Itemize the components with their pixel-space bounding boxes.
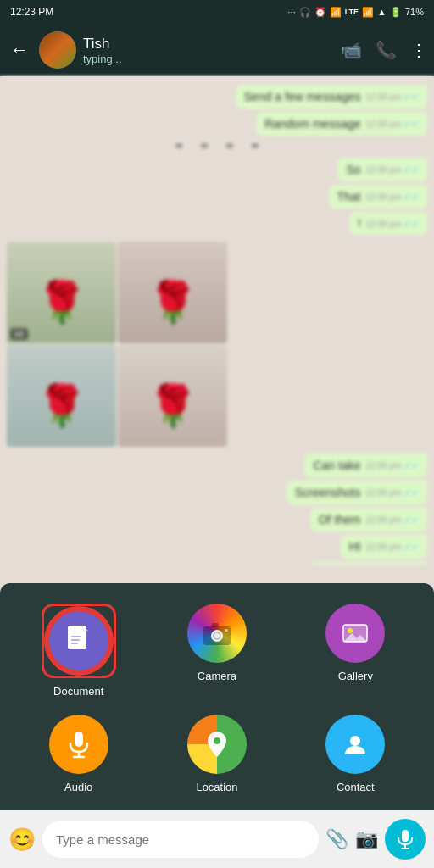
message-input-field[interactable]: [42, 821, 319, 858]
status-icons: ··· 🎧 ⏰ 📶 LTE 📶 ▲ 🔋 71%: [288, 7, 424, 18]
attachment-grid: Document Camera: [14, 604, 420, 793]
contact-status: typing...: [83, 53, 334, 65]
contact-info[interactable]: Tish typing...: [83, 36, 334, 65]
image-cell: 🌹: [118, 345, 227, 447]
svg-rect-11: [225, 629, 228, 632]
message-bubble: Screenshots 12:00 pm ✓✓: [287, 481, 427, 504]
status-time: 12:23 PM: [10, 6, 53, 18]
back-button[interactable]: ←: [7, 36, 32, 64]
time-display: 12:23 PM: [10, 6, 53, 18]
location-icon-circle: [187, 715, 247, 774]
document-icon-circle: [49, 611, 108, 670]
video-call-button[interactable]: 📹: [341, 40, 362, 60]
headphone-icon: 🎧: [299, 7, 311, 18]
location-icon: [204, 730, 230, 759]
message-bubble: So 12:00 pm ✓✓: [337, 158, 427, 181]
chat-messages-area: Send a few messages 12:00 pm ✓✓ Random m…: [0, 76, 434, 565]
message-bubble: That 12:00 pm ✓✓: [329, 185, 428, 209]
message-bubble: How r u 12:00 pm ✓✓: [311, 562, 427, 565]
contact-icon-circle: [326, 715, 385, 774]
date-divider: ❤❤❤❤: [175, 141, 259, 153]
attach-contact-item[interactable]: Contact: [291, 715, 420, 793]
svg-rect-5: [71, 643, 78, 644]
message-bubble: HI 12:00 pm ✓✓: [341, 535, 427, 559]
location-label: Location: [196, 781, 237, 793]
audio-icon-circle: [49, 715, 108, 774]
camera-label: Camera: [198, 670, 236, 682]
document-icon: [66, 626, 92, 656]
attachment-panel: Document Camera: [0, 583, 434, 810]
battery-icon: 🔋: [390, 7, 402, 18]
document-label: Document: [53, 685, 103, 698]
svg-rect-16: [75, 732, 83, 747]
signal-dots: ···: [288, 7, 296, 17]
svg-point-14: [348, 628, 353, 633]
image-cell: 🌹: [7, 345, 116, 447]
image-cell: 🌹 HI: [7, 242, 116, 343]
attach-gallery-item[interactable]: Gallery: [291, 604, 420, 698]
signal-icon: 📶: [330, 7, 342, 18]
message-input-bar: 😊 📎 📷: [0, 810, 434, 868]
svg-rect-21: [402, 830, 409, 842]
message-bubble: Of them 12:00 pm ✓✓: [310, 508, 427, 531]
image-cell: 🌹: [118, 242, 227, 343]
message-bubble: I 12:00 pm ✓✓: [349, 212, 427, 235]
gallery-label: Gallery: [338, 670, 373, 682]
svg-rect-10: [212, 623, 219, 627]
message-bubble: Random message 12:00 pm ✓✓: [256, 112, 427, 136]
alarm-icon: ⏰: [314, 7, 326, 18]
header-actions: 📹 📞 ⋮: [341, 40, 427, 60]
camera-icon-circle: [187, 604, 247, 663]
svg-rect-3: [71, 636, 81, 637]
gallery-icon-circle: [326, 604, 385, 663]
camera-shortcut-button[interactable]: 📷: [355, 828, 378, 850]
svg-point-9: [214, 633, 220, 638]
message-bubble: Send a few messages 12:00 pm ✓✓: [236, 85, 427, 108]
voice-call-button[interactable]: 📞: [376, 40, 397, 60]
attach-camera-item[interactable]: Camera: [152, 604, 281, 698]
contact-icon: [342, 731, 369, 758]
svg-point-20: [350, 736, 360, 746]
camera-icon: [203, 620, 231, 646]
contact-name: Tish: [83, 36, 334, 53]
svg-rect-4: [71, 639, 80, 641]
more-options-button[interactable]: ⋮: [410, 40, 427, 60]
mic-icon: [396, 829, 415, 849]
contact-avatar[interactable]: [39, 31, 76, 69]
chat-header: ← Tish typing... 📹 📞 ⋮: [0, 24, 434, 76]
battery-percent: 71%: [405, 7, 424, 17]
status-bar: 12:23 PM ··· 🎧 ⏰ 📶 LTE 📶 ▲ 🔋 71%: [0, 0, 434, 24]
image-grid: 🌹 HI 🌹 🌹 🌹: [7, 242, 227, 447]
contact-label: Contact: [337, 781, 375, 793]
wifi-signal: ▲: [377, 7, 387, 17]
attach-audio-item[interactable]: Audio: [14, 715, 143, 793]
emoji-button[interactable]: 😊: [8, 826, 36, 853]
message-bubble: Can take 12:00 pm ✓✓: [304, 453, 427, 477]
audio-label: Audio: [64, 781, 92, 793]
attach-document-item[interactable]: Document: [14, 604, 143, 698]
gallery-icon: [342, 621, 369, 645]
wifi-icon: 📶: [362, 7, 374, 18]
attachment-button[interactable]: 📎: [326, 828, 348, 850]
svg-point-19: [214, 737, 220, 744]
attach-location-item[interactable]: Location: [152, 715, 281, 793]
audio-icon: [67, 730, 91, 759]
voice-message-button[interactable]: [385, 819, 426, 860]
lte-icon: LTE: [345, 8, 359, 16]
